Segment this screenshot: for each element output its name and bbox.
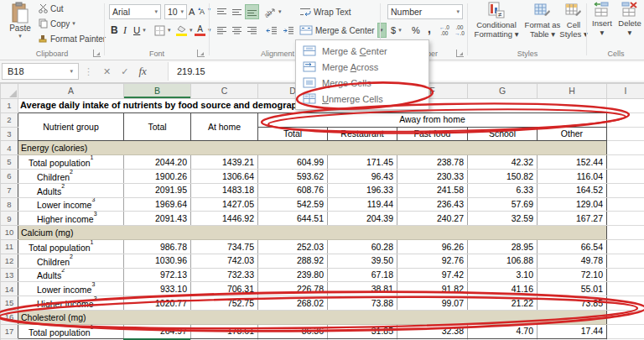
cell-C15[interactable]: 752.75 xyxy=(191,296,258,311)
cell-I12[interactable] xyxy=(607,254,644,268)
cell-A9[interactable]: Higher income3 xyxy=(18,212,124,226)
row-header-7[interactable]: 7 xyxy=(1,183,18,197)
row-header-11[interactable]: 11 xyxy=(1,239,18,254)
cell-F7[interactable]: 241.58 xyxy=(397,183,468,197)
cell-C9[interactable]: 1446.92 xyxy=(191,212,258,226)
cell-G5[interactable]: 42.32 xyxy=(468,155,538,170)
select-all-corner[interactable] xyxy=(1,84,18,99)
cell-D7[interactable]: 608.76 xyxy=(258,183,328,197)
column-header-C[interactable]: C xyxy=(191,84,258,99)
cell-E5[interactable]: 171.45 xyxy=(328,155,397,170)
currency-button[interactable]: $ ▾ xyxy=(391,23,402,38)
row-header-16[interactable]: 16 xyxy=(1,310,18,324)
cell-school-header[interactable]: School xyxy=(468,127,538,141)
cancel-icon[interactable]: ✕ xyxy=(103,66,111,77)
cell-E12[interactable]: 39.50 xyxy=(328,254,397,268)
decrease-indent-button[interactable] xyxy=(264,23,278,38)
cell-I4[interactable] xyxy=(607,141,644,155)
calcium-section-row[interactable]: Calcium (mg) xyxy=(18,226,607,240)
cell-H8[interactable]: 129.04 xyxy=(538,197,607,212)
cell-I3[interactable] xyxy=(607,127,644,141)
format-painter-button[interactable]: Format Painter xyxy=(39,34,106,44)
cell-D6[interactable]: 593.62 xyxy=(258,169,328,183)
cell-C8[interactable]: 1427.05 xyxy=(191,197,258,212)
cell-I16[interactable] xyxy=(607,310,644,324)
increase-decimal-button[interactable]: ←.0.00 xyxy=(439,23,449,38)
row-header-12[interactable]: 12 xyxy=(1,254,18,268)
cell-G11[interactable]: 28.95 xyxy=(468,239,538,254)
copy-button[interactable]: Copy ▾ xyxy=(39,18,75,29)
row-header-9[interactable]: 9 xyxy=(1,212,18,226)
cell-A5[interactable]: Total population1 xyxy=(18,155,124,170)
cell-A14[interactable]: Lower income3 xyxy=(18,282,124,296)
cell-F14[interactable]: 91.82 xyxy=(397,282,468,296)
align-top-button[interactable] xyxy=(215,4,229,19)
align-bottom-button[interactable] xyxy=(245,4,259,19)
insert-cells-button[interactable]: Insert ▾ xyxy=(589,2,615,50)
cell-F9[interactable]: 240.27 xyxy=(397,212,468,226)
row-header-6[interactable]: 6 xyxy=(1,169,18,183)
cell-F6[interactable]: 230.33 xyxy=(397,169,468,183)
orientation-button[interactable]: ab ▾ xyxy=(264,4,282,19)
cell-G14[interactable]: 41.16 xyxy=(468,282,538,296)
row-header-17[interactable]: 17 xyxy=(1,324,18,338)
cell-F15[interactable]: 99.07 xyxy=(397,296,468,311)
cell-H17[interactable]: 17.44 xyxy=(538,324,607,338)
cut-button[interactable]: Cut xyxy=(39,3,64,13)
cholesterol-section-row[interactable]: Cholesterol (mg) xyxy=(18,310,607,324)
cell-C11[interactable]: 734.75 xyxy=(191,239,258,254)
merge-and-center-menu-item[interactable]: Merge & Center xyxy=(296,43,428,59)
conditional-formatting-button[interactable]: ≠ Conditional Formatting ▾ xyxy=(470,2,522,50)
cell-I2[interactable] xyxy=(607,112,644,127)
column-header-G[interactable]: G xyxy=(468,84,538,99)
row-header-15[interactable]: 15 xyxy=(1,296,18,311)
cell-G6[interactable]: 150.82 xyxy=(468,169,538,183)
cell-styles-button[interactable]: Cell Styles ▾ xyxy=(561,2,586,50)
cell-F8[interactable]: 236.43 xyxy=(397,197,468,212)
cell-I5[interactable] xyxy=(607,155,644,170)
dialog-launcher-icon[interactable] xyxy=(93,50,101,57)
row-header-14[interactable]: 14 xyxy=(1,282,18,296)
merge-cells-menu-item[interactable]: Merge Cells xyxy=(296,75,428,91)
cell-C12[interactable]: 742.03 xyxy=(191,254,258,268)
cell-total-header[interactable]: Total xyxy=(124,112,191,141)
cell-I7[interactable] xyxy=(607,183,644,197)
cell-B13[interactable]: 972.13 xyxy=(124,268,191,282)
cell-F13[interactable]: 97.42 xyxy=(397,268,468,282)
cell-B5[interactable]: 2044.20 xyxy=(124,155,191,170)
cell-A6[interactable]: Children2 xyxy=(18,169,124,183)
cell-I15[interactable] xyxy=(607,296,644,311)
cell-A15[interactable]: Higher income3 xyxy=(18,296,124,311)
font-name-select[interactable]: Arial ▾ xyxy=(109,4,161,19)
cell-E6[interactable]: 96.43 xyxy=(328,169,397,183)
italic-button[interactable]: I xyxy=(123,23,127,38)
cell-D5[interactable]: 604.99 xyxy=(258,155,328,170)
delete-cells-button[interactable]: Delete ▾ xyxy=(616,2,643,50)
column-header-B[interactable]: B xyxy=(124,84,191,99)
cell-H13[interactable]: 72.10 xyxy=(538,268,607,282)
dialog-launcher-icon[interactable] xyxy=(456,50,464,57)
row-header-10[interactable]: 10 xyxy=(1,226,18,240)
cell-D9[interactable]: 644.51 xyxy=(258,212,328,226)
cell-I1[interactable] xyxy=(607,99,644,113)
cell-H14[interactable]: 55.01 xyxy=(538,282,607,296)
cell-B17[interactable]: 264.97 xyxy=(124,324,191,338)
cell-B9[interactable]: 2091.43 xyxy=(124,212,191,226)
wrap-text-button[interactable]: Wrap Text xyxy=(299,4,351,19)
cell-D15[interactable]: 268.02 xyxy=(258,296,328,311)
cell-E8[interactable]: 119.44 xyxy=(328,197,397,212)
cell-F17[interactable]: 32.38 xyxy=(397,324,468,338)
cell-G15[interactable]: 21.22 xyxy=(468,296,538,311)
align-middle-button[interactable] xyxy=(230,4,244,19)
cell-nutrient-group-header[interactable]: Nutrient group xyxy=(18,112,124,141)
borders-button[interactable]: ▾ xyxy=(154,23,171,38)
cell-B11[interactable]: 986.78 xyxy=(124,239,191,254)
cell-I10[interactable] xyxy=(607,226,644,240)
cell-B8[interactable]: 1969.64 xyxy=(124,197,191,212)
cell-F5[interactable]: 238.78 xyxy=(397,155,468,170)
cell-A17[interactable]: Total population1 xyxy=(18,324,124,338)
increase-indent-button[interactable] xyxy=(281,23,295,38)
cell-H12[interactable]: 49.78 xyxy=(538,254,607,268)
cell-A13[interactable]: Adults2 xyxy=(18,268,124,282)
fill-color-button[interactable]: ▾ xyxy=(176,23,193,38)
